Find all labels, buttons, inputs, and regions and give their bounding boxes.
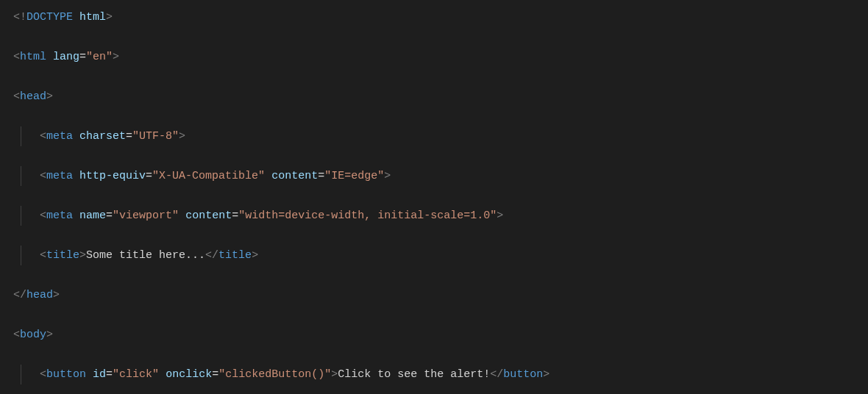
tag-meta: meta	[46, 130, 73, 143]
doctype-value: html	[79, 11, 106, 24]
code-line[interactable]: <head>	[0, 87, 868, 107]
tag-button: button	[46, 368, 86, 381]
code-line[interactable]: <html lang="en">	[0, 47, 868, 67]
code-editor[interactable]: <!DOCTYPE html> <html lang="en"> <head> …	[0, 0, 868, 394]
code-line[interactable]: <button id="click" onclick="clickedButto…	[0, 365, 868, 384]
code-line[interactable]: </head>	[0, 285, 868, 305]
code-line[interactable]: <!DOCTYPE html>	[0, 7, 868, 27]
punct: <!	[13, 11, 26, 24]
code-line[interactable]: <body>	[0, 325, 868, 345]
title-text: Some title here...	[86, 249, 205, 262]
code-line[interactable]: <meta http-equiv="X-UA-Compatible" conte…	[0, 166, 868, 186]
code-line[interactable]: <meta name="viewport" content="width=dev…	[0, 206, 868, 226]
tag-title: title	[46, 249, 79, 262]
doctype-keyword: DOCTYPE	[26, 11, 73, 24]
button-text: Click to see the alert!	[338, 368, 490, 381]
tag-body: body	[20, 329, 46, 341]
tag-html: html	[20, 51, 46, 63]
tag-head: head	[20, 90, 46, 103]
code-line[interactable]: <meta charset="UTF-8">	[0, 126, 868, 146]
code-line[interactable]: <title>Some title here...</title>	[0, 246, 868, 265]
